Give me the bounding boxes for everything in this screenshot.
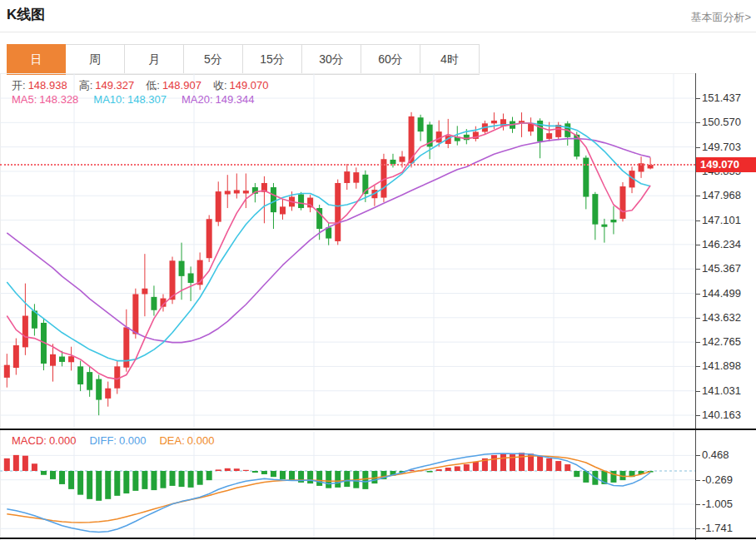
axis-tick <box>696 342 700 343</box>
low-value: 148.907 <box>162 79 201 92</box>
axis-tick <box>696 122 700 123</box>
axis-tick <box>696 294 700 295</box>
price-axis-label: 141.898 <box>702 359 741 372</box>
macd-axis-label: -1.741 <box>702 522 733 534</box>
high-value: 149.327 <box>95 79 134 92</box>
fundamental-analysis-link[interactable]: 基本面分析> <box>690 10 751 25</box>
ma10-legend-item: MA10:148.307 <box>93 93 167 106</box>
open-value: 148.938 <box>28 79 67 92</box>
axis-tick <box>696 269 700 270</box>
axis-tick <box>696 455 700 456</box>
y-axis-line <box>695 73 696 540</box>
candlestick-chart[interactable] <box>0 73 696 430</box>
ma5-legend-item: MA5:148.328 <box>12 93 78 106</box>
interval-tab-2[interactable]: 月 <box>125 44 184 75</box>
axis-tick <box>696 480 700 481</box>
interval-tab-5[interactable]: 30分 <box>302 44 361 75</box>
axis-tick <box>696 415 700 416</box>
price-axis-label: 151.437 <box>702 92 741 104</box>
interval-tab-1[interactable]: 周 <box>66 44 125 75</box>
macd-legend-item: MACD:0.000 <box>12 434 76 447</box>
price-axis-label: 141.031 <box>702 384 741 397</box>
price-axis-label: 146.234 <box>702 238 741 250</box>
price-axis-label: 140.163 <box>702 409 741 421</box>
axis-tick <box>696 220 700 221</box>
axis-tick <box>696 391 700 392</box>
macd-legend: MACD:0.000DIFF:0.000DEA:0.000 <box>12 434 214 447</box>
macd-axis-label: -1.005 <box>702 498 733 510</box>
dea-legend-item: DEA:0.000 <box>159 434 214 447</box>
macd-axis-label: 0.468 <box>702 448 729 461</box>
interval-tab-6[interactable]: 60分 <box>361 44 420 75</box>
interval-tab-3[interactable]: 5分 <box>184 44 243 75</box>
interval-tab-4[interactable]: 15分 <box>243 44 302 75</box>
price-axis-label: 147.101 <box>702 214 741 226</box>
header-divider <box>0 32 756 32</box>
interval-tabs: 日周月5分15分30分60分4时 <box>7 44 480 75</box>
ma20-legend-item: MA20:149.344 <box>182 93 255 106</box>
axis-tick <box>696 245 700 245</box>
price-axis-label: 142.765 <box>702 335 741 348</box>
price-axis-label: 145.367 <box>702 262 741 275</box>
price-axis-label: 147.968 <box>702 189 741 201</box>
price-axis-label: 150.570 <box>702 116 741 128</box>
chart-bottom-border <box>0 538 756 539</box>
ohlc-legend: 开:148.938高:149.327低:148.907收:149.070 <box>12 78 281 93</box>
diff-legend-item: DIFF:0.000 <box>89 434 146 447</box>
axis-tick <box>696 528 700 529</box>
current-price-line <box>0 164 695 166</box>
kline-chart-app: K线图 基本面分析> 日周月5分15分30分60分4时 开:148.938高:1… <box>0 0 756 540</box>
ma-legend: MA5:148.328MA10:148.307MA20:149.344 <box>12 93 255 106</box>
interval-tab-7[interactable]: 4时 <box>420 44 480 75</box>
chart-area: 开:148.938高:149.327低:148.907收:149.070 MA5… <box>0 73 756 540</box>
macd-chart[interactable] <box>0 432 696 540</box>
axis-tick <box>696 366 700 367</box>
high-label: 高: <box>79 79 93 92</box>
macd-axis-label: -0.269 <box>702 473 733 486</box>
axis-tick <box>696 147 700 148</box>
page-title: K线图 <box>7 5 45 24</box>
close-label: 收: <box>213 79 227 92</box>
close-value: 149.070 <box>230 79 269 92</box>
price-axis-label: 144.499 <box>702 287 741 300</box>
axis-tick <box>696 504 700 505</box>
axis-tick <box>696 98 700 99</box>
axis-tick <box>696 318 700 319</box>
axis-tick <box>696 196 700 196</box>
panel-separator <box>0 429 756 430</box>
current-price-tag: 149.070 <box>696 157 756 172</box>
low-label: 低: <box>146 79 160 92</box>
open-label: 开: <box>12 79 26 92</box>
interval-tab-0[interactable]: 日 <box>7 44 66 75</box>
price-axis-label: 149.703 <box>702 141 741 153</box>
price-axis-label: 143.632 <box>702 311 741 324</box>
